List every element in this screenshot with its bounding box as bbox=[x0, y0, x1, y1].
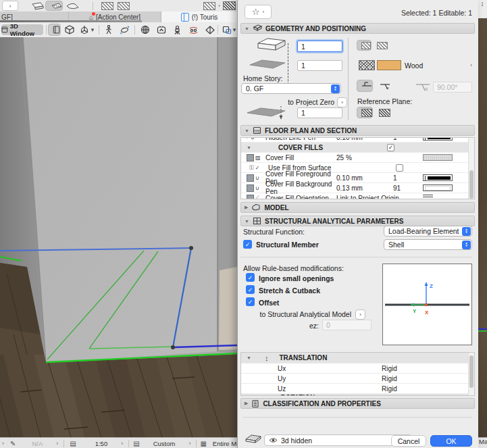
edge-vertical-button[interactable] bbox=[357, 80, 373, 92]
cut-fill-pen-icon[interactable] bbox=[101, 2, 113, 10]
chevron-right-icon[interactable]: › bbox=[56, 440, 58, 447]
section-model-header[interactable]: ▶ MODEL bbox=[240, 202, 475, 213]
translation-table: ▼ ↕ TRANSLATION Ux Rigid Uy Rigid Uz Rig… bbox=[240, 352, 475, 396]
cover-fill-swatch[interactable] bbox=[423, 154, 453, 161]
cover-fill-pattern-icon[interactable] bbox=[223, 1, 236, 10]
chevron-right-icon[interactable]: › bbox=[121, 440, 123, 447]
model-filter-icon[interactable]: ▦ bbox=[200, 440, 206, 447]
star-icon: ☆ bbox=[252, 7, 260, 17]
to-project-zero-button[interactable]: › bbox=[337, 97, 347, 107]
edge-custom-angle-button[interactable]: α bbox=[377, 80, 393, 92]
stretch-cutback-checkbox[interactable]: ✓ bbox=[246, 285, 255, 294]
translation-scrollbar[interactable] bbox=[468, 353, 474, 395]
renovation-filter-value[interactable]: N/A bbox=[32, 440, 43, 447]
ez-input[interactable]: 0 bbox=[322, 320, 371, 330]
collapse-triangle-icon[interactable]: ▼ bbox=[247, 355, 251, 360]
eye-icon bbox=[269, 437, 278, 443]
table-row-uy[interactable]: Uy Rigid bbox=[241, 374, 474, 384]
surface-material-row[interactable]: Wood › bbox=[359, 60, 472, 70]
stretch-cutback-label: Stretch & Cutback bbox=[259, 287, 320, 295]
reference-plane-top-button[interactable] bbox=[357, 107, 373, 118]
cover-fill-icon[interactable] bbox=[203, 2, 215, 10]
table-row-cover-fill[interactable]: ▨ Cover Fill 25 % bbox=[241, 153, 474, 163]
layer-combination-value[interactable]: Custom bbox=[153, 440, 176, 447]
home-story-label: Home Story: bbox=[243, 74, 282, 82]
home-story-select[interactable]: 0. GF ▲▼ bbox=[241, 83, 341, 94]
section-geometry-header[interactable]: ▼ GEOMETRY AND POSITIONING bbox=[240, 23, 475, 34]
slab-bottom-input[interactable]: 1 bbox=[297, 60, 342, 71]
background-pen-swatch[interactable] bbox=[423, 184, 453, 191]
scale-value[interactable]: 1:50 bbox=[95, 440, 108, 447]
cut-fill-bg-pen-icon[interactable] bbox=[118, 2, 130, 10]
orientation-lines-icon[interactable] bbox=[423, 195, 433, 199]
chevron-right-icon[interactable]: › bbox=[188, 440, 190, 447]
collapse-triangle-icon[interactable]: ▶ bbox=[245, 205, 248, 210]
display-mode-dropdown[interactable]: 3d hidden › bbox=[264, 434, 412, 446]
use-fill-surface-checkbox[interactable] bbox=[396, 164, 403, 172]
ignore-openings-checkbox[interactable]: ✓ bbox=[246, 273, 255, 282]
table-group-cover-fills[interactable]: ▼ COVER FILLS ✓ bbox=[241, 143, 474, 153]
level-value-input[interactable]: 1 bbox=[297, 107, 342, 118]
structural-function-select[interactable]: Load-Bearing Element ▲▼ bbox=[384, 226, 472, 237]
slab-method-warped-icon[interactable] bbox=[63, 1, 80, 11]
chevron-right-icon[interactable]: › bbox=[2, 440, 4, 447]
3d-viewport[interactable] bbox=[0, 37, 237, 437]
offset-checkbox[interactable]: ✓ bbox=[246, 297, 255, 306]
reference-plane-bottom-button[interactable] bbox=[376, 107, 392, 118]
collapse-triangle-icon[interactable]: ▼ bbox=[247, 145, 251, 150]
axonometry-view-icon[interactable] bbox=[63, 24, 76, 36]
structural-member-checkbox[interactable]: ✓ bbox=[243, 240, 252, 249]
tab-3d-view[interactable]: (!) Touris bbox=[161, 11, 237, 22]
look-around-icon[interactable] bbox=[138, 24, 151, 36]
favorites-button[interactable]: ☆ › bbox=[245, 5, 272, 19]
slab-method-flat-icon[interactable] bbox=[28, 1, 45, 11]
layer-combination-icon[interactable]: ▤ bbox=[133, 440, 139, 447]
table-row-ux[interactable]: Ux Rigid bbox=[241, 364, 474, 374]
divider bbox=[240, 257, 472, 257]
to-analytical-model-button[interactable]: › bbox=[355, 309, 365, 320]
table-row-uz[interactable]: Uz Rigid bbox=[241, 384, 474, 394]
walk-mode-icon[interactable] bbox=[102, 24, 115, 36]
collapse-triangle-icon[interactable]: ▼ bbox=[245, 128, 249, 133]
slab-tool-icon bbox=[245, 433, 262, 445]
table-row-background-pen[interactable]: ∪ Cover Fill Background Pen 0.13 mm 91 bbox=[241, 183, 474, 193]
selection-handle[interactable] bbox=[171, 345, 175, 349]
structural-member-select[interactable]: Shell ▲▼ bbox=[384, 239, 472, 250]
clone-view-dropdown-icon[interactable]: ▼ bbox=[232, 27, 237, 33]
table-row-clipped[interactable]: ⌐∪ Hidden Line Pen 0.10 mm 1 bbox=[241, 138, 474, 143]
selection-handle[interactable] bbox=[189, 246, 193, 250]
rotation-header-clipped[interactable]: ▼ ∩∩ ROTATION bbox=[241, 394, 474, 396]
perspective-view-icon[interactable] bbox=[48, 24, 61, 36]
orbit-axis-icon[interactable] bbox=[78, 24, 91, 36]
table-scrollbar[interactable] bbox=[468, 138, 474, 199]
3d-window-button[interactable]: 3D Window bbox=[1, 24, 43, 35]
translation-header[interactable]: ▼ ↕ TRANSLATION bbox=[241, 353, 474, 364]
foreground-pen-swatch[interactable] bbox=[423, 174, 453, 181]
cover-fills-checkbox[interactable]: ✓ bbox=[387, 144, 394, 151]
collapse-triangle-icon[interactable]: ▶ bbox=[245, 401, 248, 406]
orbit-axis-dropdown-icon[interactable]: ▼ bbox=[90, 27, 95, 33]
ok-button[interactable]: OK bbox=[430, 435, 472, 447]
table-row-fill-orientation[interactable]: ⟋ Cover Fill Orientation Link to Project… bbox=[241, 193, 474, 199]
renovation-filter-icon[interactable]: ✎ bbox=[10, 440, 16, 447]
top-surface-fill-button[interactable] bbox=[357, 40, 371, 51]
edge-angle-input[interactable]: 90.00° bbox=[433, 82, 472, 93]
bottom-surface-fill-button[interactable] bbox=[375, 40, 390, 51]
collapse-triangle-icon[interactable]: ▼ bbox=[245, 26, 249, 31]
orbit-mode-icon[interactable] bbox=[118, 24, 131, 36]
slab-thickness-input[interactable]: 1 bbox=[297, 41, 342, 52]
collapse-triangle-icon[interactable]: ▼ bbox=[245, 219, 249, 224]
divider bbox=[243, 417, 472, 418]
infobox-expand-button[interactable]: › bbox=[2, 1, 18, 11]
section-classification-header[interactable]: ▶ CLASSIFICATION AND PROPERTIES bbox=[240, 398, 475, 409]
slab-method-sloped-icon[interactable] bbox=[45, 1, 63, 11]
scale-icon[interactable]: ▤ bbox=[70, 440, 76, 447]
explore-orbit-icon[interactable] bbox=[187, 24, 200, 36]
home-view-icon[interactable] bbox=[155, 24, 168, 36]
vr-object-icon[interactable] bbox=[203, 24, 216, 36]
chevron-right-icon[interactable]: › bbox=[218, 3, 220, 9]
cancel-button[interactable]: Cancel bbox=[391, 435, 426, 447]
section-structural-header[interactable]: ▼ STRUCTURAL ANALYTICAL PARAMETERS bbox=[240, 216, 475, 226]
camera-icon[interactable] bbox=[171, 24, 184, 36]
section-floorplan-header[interactable]: ▼ FLOOR PLAN AND SECTION bbox=[240, 125, 475, 136]
